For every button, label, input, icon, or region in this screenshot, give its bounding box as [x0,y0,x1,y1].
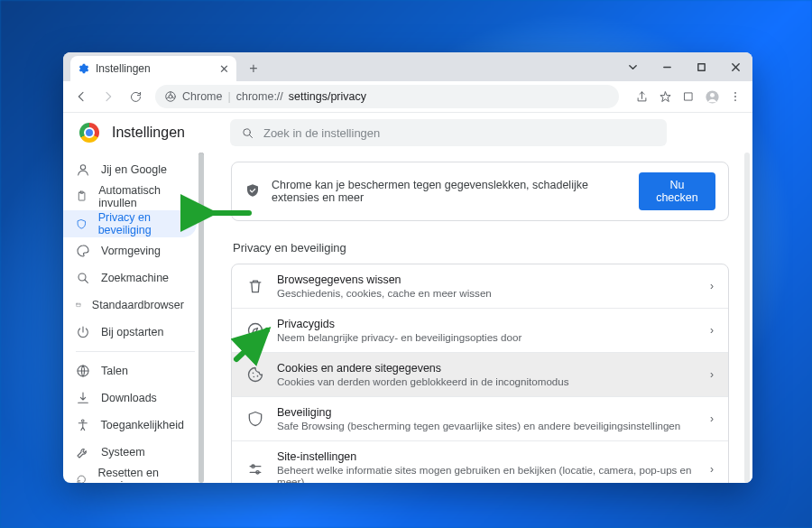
row-title: Site-instellingen [277,450,697,463]
row-title: Cookies en andere sitegegevens [277,362,697,375]
sidebar-item-label: Privacy en beveiliging [98,211,184,236]
check-now-button[interactable]: Nu checken [639,172,715,210]
sidebar-item-privacy[interactable]: Privacy en beveiliging [63,210,197,237]
sidebar-item-label: Automatisch invullen [98,184,184,209]
close-tab-icon[interactable]: ✕ [219,62,229,76]
row-subtitle: Safe Browsing (bescherming tegen gevaarl… [277,420,697,431]
sidebar-item-downloads[interactable]: Downloads [63,384,197,412]
chevron-right-icon: › [710,412,714,425]
sidebar-item-label: Talen [101,365,128,377]
sidebar-item-label: Resetten en opruimen [97,467,184,483]
shield-icon [76,217,88,231]
share-icon[interactable] [630,85,653,108]
svg-point-17 [81,420,84,422]
kebab-menu-icon[interactable] [724,85,747,108]
sidebar-item-label: Standaardbrowser [92,299,184,311]
globe-icon [76,364,90,378]
sidebar-item-label: Downloads [101,392,157,404]
sidebar-item-autofill[interactable]: Automatisch invullen [63,183,197,210]
search-icon [76,271,90,285]
row-subtitle: Cookies van derden worden geblokkeerd in… [277,375,697,387]
new-tab-button[interactable]: + [242,57,265,80]
sidebar-item-languages[interactable]: Talen [63,357,197,384]
sidebar-separator [76,351,195,352]
site-identity: Chrome [164,90,222,103]
banner-text: Chrome kan je beschermen tegen gegevensl… [272,179,628,204]
sidebar-item-default-browser[interactable]: Standaardbrowser [63,292,197,319]
search-placeholder: Zoek in de instellingen [263,126,380,140]
person-icon [76,162,90,177]
page-content: Instellingen Zoek in de instellingen Jij… [63,113,752,483]
window-controls [615,52,752,81]
minimize-button[interactable] [650,52,684,81]
chrome-window: Instellingen ✕ + Chrome | chrome://setti… [63,52,752,483]
chevron-right-icon: › [710,280,714,292]
row-privacy-guide[interactable]: PrivacygidsNeem belangrijke privacy- en … [232,308,728,352]
row-site-settings[interactable]: Site-instellingenBeheert welke informati… [232,440,728,483]
row-title: Browsegegevens wissen [277,273,697,286]
svg-point-9 [734,99,736,101]
svg-point-18 [249,324,263,338]
wrench-icon [76,445,90,459]
gear-icon [78,62,90,75]
section-title: Privacy en beveiliging [233,241,729,255]
extensions-icon[interactable] [677,85,700,108]
svg-point-6 [710,92,715,97]
reset-icon [76,472,87,483]
sidebar-item-search-engine[interactable]: Zoekmachine [63,264,197,292]
browser-toolbar: Chrome | chrome://settings/privacy [63,81,752,113]
bookmark-icon[interactable] [653,85,677,108]
maximize-button[interactable] [684,52,718,81]
settings-main: Chrome kan je beschermen tegen gegevensl… [208,153,752,483]
sidebar-item-system[interactable]: Systeem [63,439,197,466]
browser-tab[interactable]: Instellingen ✕ [70,56,236,81]
accessibility-icon [76,418,90,432]
chevron-right-icon: › [710,368,714,381]
svg-rect-15 [77,303,80,306]
tab-title: Instellingen [96,62,151,75]
sidebar-item-appearance[interactable]: Vormgeving [63,237,197,264]
settings-header: Instellingen Zoek in de instellingen [63,113,752,153]
back-button[interactable] [69,84,94,109]
row-title: Privacygids [277,318,697,330]
cookie-icon [246,366,264,384]
svg-point-8 [734,96,736,97]
window-dropdown-icon[interactable] [615,52,650,81]
row-security[interactable]: BeveiligingSafe Browsing (bescherming te… [232,396,728,440]
row-title: Beveiliging [277,406,697,419]
sliders-icon [246,460,264,478]
titlebar: Instellingen ✕ + [63,52,752,81]
forward-button[interactable] [96,84,121,109]
trash-icon [246,277,264,295]
row-cookies[interactable]: Cookies en andere sitegegevensCookies va… [232,352,728,396]
sidebar-item-reset[interactable]: Resetten en opruimen [63,466,197,483]
svg-rect-4 [685,93,692,100]
reload-button[interactable] [123,84,148,109]
sidebar-item-label: Zoekmachine [101,272,169,284]
sidebar-item-label: Jij en Google [101,163,167,176]
row-subtitle: Beheert welke informatie sites mogen geb… [277,464,697,483]
sidebar-item-label: Bij opstarten [101,326,163,338]
compass-icon [246,321,264,339]
row-clear-browsing-data[interactable]: Browsegegevens wissenGeschiedenis, cooki… [232,264,728,308]
chevron-right-icon: › [710,324,714,337]
settings-search[interactable]: Zoek in de instellingen [230,119,667,146]
sidebar-item-on-startup[interactable]: Bij opstarten [63,319,197,346]
profile-icon[interactable] [700,85,724,108]
download-icon [76,391,90,405]
power-icon [76,325,90,339]
settings-sidebar: Jij en Google Automatisch invullen Priva… [63,153,208,483]
svg-point-7 [734,92,736,94]
palette-icon [76,244,90,258]
sidebar-item-accessibility[interactable]: Toegankelijkheid [63,412,197,439]
close-window-button[interactable] [718,52,752,81]
address-bar[interactable]: Chrome | chrome://settings/privacy [155,85,619,108]
sidebar-item-you-and-google[interactable]: Jij en Google [63,156,197,183]
page-title: Instellingen [112,125,185,141]
search-icon [241,126,254,140]
clipboard-icon [76,190,88,204]
security-icon [246,410,264,428]
sidebar-item-label: Toegankelijkheid [101,419,184,431]
safety-check-banner: Chrome kan je beschermen tegen gegevensl… [231,162,729,221]
chevron-right-icon: › [710,463,714,476]
